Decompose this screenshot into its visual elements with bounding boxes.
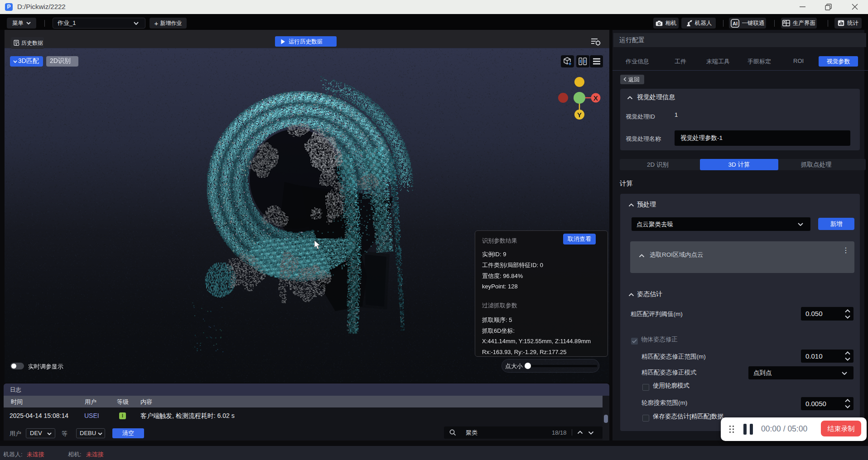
svg-text:X: X	[593, 94, 598, 102]
svg-text:Y: Y	[577, 111, 582, 119]
svg-text:AI: AI	[733, 20, 738, 26]
